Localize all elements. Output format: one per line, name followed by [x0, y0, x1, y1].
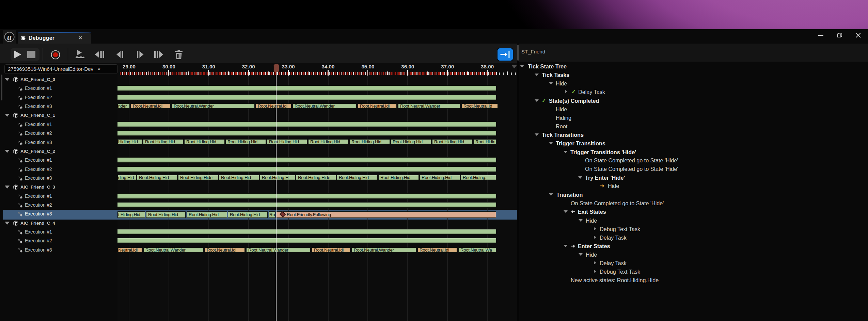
svg-text:u: u	[7, 32, 12, 42]
